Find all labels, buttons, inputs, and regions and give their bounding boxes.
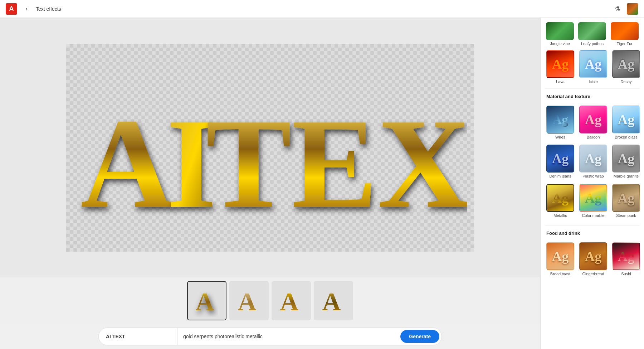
thumbnail-3[interactable]: A: [272, 281, 311, 320]
material-effects-grid: Ag Wires Ag Balloon Ag Broken glass: [543, 104, 641, 219]
canvas-background: A I TEXT: [66, 44, 474, 252]
food-drink-section: Food and drink Ag Bread toast Ag Gingerb…: [543, 228, 641, 278]
food-section-title: Food and drink: [543, 228, 641, 238]
effect-tiger-fur[interactable]: Tiger Fur: [610, 22, 640, 46]
effect-balloon[interactable]: Ag Balloon: [578, 104, 609, 141]
effect-decay[interactable]: Ag Decay: [611, 49, 641, 86]
effect-lava[interactable]: Ag Lava: [545, 49, 576, 86]
food-effects-grid: Ag Bread toast Ag Gingerbread Ag Su: [543, 241, 641, 278]
main-content: A I TEXT: [0, 18, 644, 349]
svg-text:A: A: [280, 287, 299, 316]
svg-text:A: A: [80, 92, 174, 225]
thumbnail-4[interactable]: A: [314, 281, 353, 320]
thumbnail-1[interactable]: A: [187, 281, 226, 320]
input-bar: AI TEXT Generate: [0, 324, 540, 349]
svg-text:A: A: [196, 287, 214, 316]
adobe-logo[interactable]: A: [6, 3, 17, 15]
material-texture-section: Material and texture Ag Wires Ag Balloon: [543, 92, 641, 219]
top-effects-grid: Jungle vine Leafy pothos Tiger Fur: [543, 22, 641, 46]
flask-icon[interactable]: ⚗: [613, 4, 623, 14]
canvas-area: A I TEXT: [0, 18, 540, 349]
avatar[interactable]: [627, 3, 638, 15]
effect-color-marble[interactable]: Ag Color marble: [578, 183, 609, 219]
thumbnails-bar: A A: [0, 277, 540, 324]
svg-text:A: A: [238, 287, 257, 316]
effect-gingerbread[interactable]: Ag Gingerbread: [578, 241, 609, 278]
canvas-container: A I TEXT: [0, 18, 540, 277]
effect-sushi[interactable]: Ag Sushi: [611, 241, 641, 278]
svg-text:TEXT: TEXT: [206, 92, 467, 225]
effect-steampunk[interactable]: Ag Steampunk: [611, 183, 641, 219]
page-title: Text effects: [36, 6, 608, 12]
header-icons: ⚗: [613, 3, 638, 15]
panel-divider-2: [545, 225, 640, 226]
effect-marble-granite[interactable]: Ag Marble granite: [611, 143, 641, 180]
effect-leafy-pothos[interactable]: Leafy pothos: [577, 22, 607, 46]
effect-icicle[interactable]: Ag Icicle: [578, 49, 609, 86]
input-container: AI TEXT Generate: [98, 328, 442, 345]
nature-effects-grid: Ag Lava Ag Icicle Ag Decay: [543, 49, 641, 86]
effect-jungle-vine[interactable]: Jungle vine: [545, 22, 575, 46]
effect-plastic-wrap[interactable]: Ag Plastic wrap: [578, 143, 609, 180]
effect-metallic[interactable]: Ag Metallic: [545, 183, 576, 219]
material-section-title: Material and texture: [543, 92, 641, 101]
app-header: A ‹ Text effects ⚗: [0, 0, 644, 18]
generate-button[interactable]: Generate: [400, 330, 439, 343]
svg-text:A: A: [322, 287, 341, 316]
effect-denim-jeans[interactable]: Ag Denim jeans: [545, 143, 576, 180]
back-button[interactable]: ‹: [21, 4, 31, 14]
main-text-display: A I TEXT: [66, 44, 474, 252]
effect-broken-glass[interactable]: Ag Broken glass: [611, 104, 641, 141]
panel-divider-1: [545, 88, 640, 89]
text-display: AI TEXT: [99, 328, 177, 345]
right-panel: Jungle vine Leafy pothos Tiger Fur Ag La…: [540, 18, 644, 349]
thumbnail-2[interactable]: A: [229, 281, 269, 320]
prompt-input[interactable]: [177, 334, 398, 339]
effect-bread-toast[interactable]: Ag Bread toast: [545, 241, 576, 278]
effect-wires[interactable]: Ag Wires: [545, 104, 576, 141]
